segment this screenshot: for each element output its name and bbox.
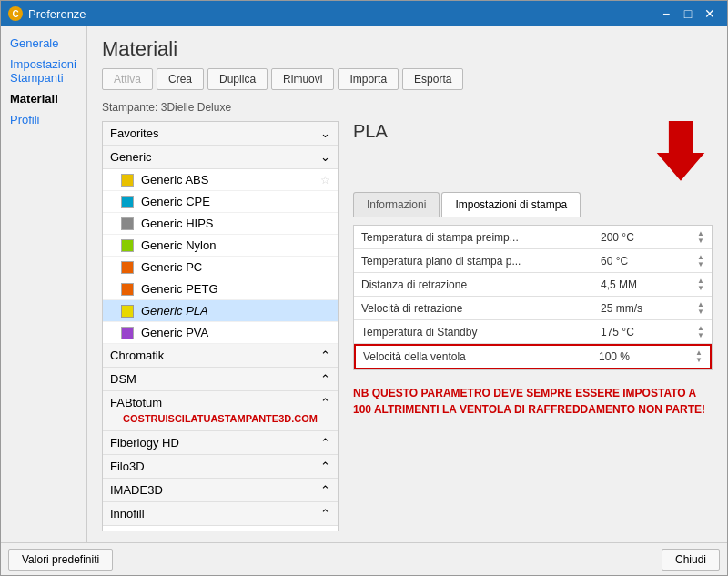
sidebar-item-profili[interactable]: Profili bbox=[5, 110, 83, 129]
minimize-button[interactable]: − bbox=[656, 4, 676, 24]
value-temp-standby-text: 175 °C bbox=[601, 326, 634, 339]
section-chromatik-label: Chromatik bbox=[110, 349, 164, 362]
color-petg bbox=[121, 283, 134, 296]
title-controls: − □ ✕ bbox=[656, 4, 720, 24]
list-item-hips[interactable]: Generic HIPS bbox=[103, 213, 338, 235]
label-temp-piano: Temperatura piano di stampa p... bbox=[354, 251, 593, 271]
label-temp-preimpostata: Temperatura di stampa preimp... bbox=[354, 227, 593, 248]
chiudi-button[interactable]: Chiudi bbox=[662, 549, 720, 571]
section-fabtotum[interactable]: FABtotum ⌃ COSTRUISCILATUASTAMPANTE3D.CO… bbox=[103, 391, 338, 431]
section-fiberlogy[interactable]: Fiberlogy HD ⌃ bbox=[103, 431, 338, 455]
sidebar: Generale Impostazioni Stampanti Material… bbox=[1, 26, 87, 542]
color-cpe bbox=[121, 196, 134, 208]
color-pc bbox=[121, 261, 134, 274]
value-temp-standby[interactable]: 175 °C ▲ ▼ bbox=[593, 321, 712, 343]
spin-velocita-retrazione[interactable]: ▲ ▼ bbox=[697, 301, 704, 316]
value-velocita-ventola[interactable]: 100 % ▲ ▼ bbox=[592, 346, 710, 368]
label-hips: Generic HIPS bbox=[141, 217, 213, 230]
detail-header: PLA bbox=[353, 121, 713, 185]
page-title: Materiali bbox=[102, 37, 713, 61]
list-item-pla[interactable]: Generic PLA bbox=[103, 300, 338, 322]
section-innofill-chevron: ⌃ bbox=[320, 507, 330, 520]
settings-row-temp-standby: Temperatura di Standby 175 °C ▲ ▼ bbox=[354, 320, 712, 344]
crea-button[interactable]: Crea bbox=[157, 68, 204, 90]
section-generic[interactable]: Generic ⌄ bbox=[103, 146, 338, 169]
tab-informazioni[interactable]: Informazioni bbox=[353, 192, 440, 217]
list-item-abs[interactable]: Generic ABS ☆ bbox=[103, 169, 338, 191]
section-imade3d-label: IMADE3D bbox=[110, 483, 163, 497]
list-item-pc[interactable]: Generic PC bbox=[103, 257, 338, 278]
value-distanza-retrazione[interactable]: 4,5 MM ▲ ▼ bbox=[593, 274, 712, 296]
section-fabtotum-chevron: ⌃ bbox=[320, 396, 330, 409]
section-imade3d[interactable]: IMADE3D ⌃ bbox=[103, 479, 338, 502]
spin-distanza-retrazione[interactable]: ▲ ▼ bbox=[697, 278, 704, 292]
value-distanza-retrazione-text: 4,5 MM bbox=[601, 278, 637, 291]
close-button[interactable]: ✕ bbox=[700, 4, 720, 24]
attiva-button[interactable]: Attiva bbox=[102, 68, 153, 90]
settings-row-distanza-retrazione: Distanza di retrazione 4,5 MM ▲ ▼ bbox=[354, 273, 712, 297]
color-pva bbox=[121, 327, 134, 339]
value-temp-preimpostata[interactable]: 200 °C ▲ ▼ bbox=[593, 227, 712, 248]
spin-velocita-ventola[interactable]: ▲ ▼ bbox=[695, 349, 703, 364]
label-temp-standby: Temperatura di Standby bbox=[354, 322, 593, 342]
value-velocita-retrazione[interactable]: 25 mm/s ▲ ▼ bbox=[593, 298, 712, 319]
toolbar: Attiva Crea Duplica Rimuovi Importa Espo… bbox=[102, 68, 713, 90]
section-chromatik-chevron: ⌃ bbox=[320, 349, 330, 362]
title-bar: C Preferenze − □ ✕ bbox=[1, 1, 727, 26]
label-velocita-ventola: Velocità della ventola bbox=[356, 347, 592, 367]
color-pla bbox=[121, 305, 134, 318]
section-filo3d-label: Filo3D bbox=[110, 460, 145, 473]
color-hips bbox=[121, 217, 134, 230]
settings-row-temp-preimpostata: Temperatura di stampa preimp... 200 °C ▲… bbox=[354, 226, 712, 249]
section-favorites-chevron: ⌄ bbox=[320, 126, 330, 140]
main-header: Materiali Attiva Crea Duplica Rimuovi Im… bbox=[102, 37, 713, 114]
rimuovi-button[interactable]: Rimuovi bbox=[271, 68, 334, 90]
label-pla: Generic PLA bbox=[141, 304, 208, 318]
settings-row-temp-piano: Temperatura piano di stampa p... 60 °C ▲… bbox=[354, 249, 712, 273]
section-filo3d[interactable]: Filo3D ⌃ bbox=[103, 455, 338, 479]
esporta-button[interactable]: Esporta bbox=[402, 68, 463, 90]
value-velocita-retrazione-text: 25 mm/s bbox=[601, 302, 642, 315]
list-item-petg[interactable]: Generic PETG bbox=[103, 278, 338, 300]
section-favorites[interactable]: Favorites ⌄ bbox=[103, 122, 338, 146]
window-title: Preferenze bbox=[28, 7, 86, 21]
section-innofill[interactable]: Innofill ⌃ bbox=[103, 502, 338, 526]
sidebar-item-generale[interactable]: Generale bbox=[5, 34, 83, 53]
material-list: Favorites ⌄ Generic ⌄ Generic ABS ☆ bbox=[102, 121, 339, 531]
section-dsm[interactable]: DSM ⌃ bbox=[103, 368, 338, 391]
detail-panel: PLA Informazioni Impostazioni di stampa … bbox=[353, 121, 713, 531]
settings-row-velocita-retrazione: Velocità di retrazione 25 mm/s ▲ ▼ bbox=[354, 297, 712, 320]
sidebar-item-materiali[interactable]: Materiali bbox=[5, 89, 83, 108]
duplica-button[interactable]: Duplica bbox=[207, 68, 268, 90]
section-chromatik[interactable]: Chromatik ⌃ bbox=[103, 344, 338, 368]
section-filo3d-chevron: ⌃ bbox=[320, 460, 330, 473]
material-name: PLA bbox=[353, 121, 388, 142]
list-item-pva[interactable]: Generic PVA bbox=[103, 322, 338, 344]
maximize-button[interactable]: □ bbox=[678, 4, 698, 24]
label-pva: Generic PVA bbox=[141, 326, 208, 339]
label-distanza-retrazione: Distanza di retrazione bbox=[354, 275, 593, 295]
value-temp-piano-text: 60 °C bbox=[601, 255, 628, 268]
section-favorites-label: Favorites bbox=[110, 126, 158, 140]
list-item-cpe[interactable]: Generic CPE bbox=[103, 191, 338, 213]
spin-temp-preimpostata[interactable]: ▲ ▼ bbox=[697, 230, 704, 245]
value-temp-piano[interactable]: 60 °C ▲ ▼ bbox=[593, 250, 712, 272]
spin-temp-standby[interactable]: ▲ ▼ bbox=[697, 325, 704, 339]
svg-marker-0 bbox=[657, 121, 705, 181]
list-item-nylon[interactable]: Generic Nylon bbox=[103, 235, 338, 257]
bottom-bar: Valori predefiniti Chiudi bbox=[1, 542, 727, 575]
sidebar-item-impostazioni[interactable]: Impostazioni Stampanti bbox=[5, 55, 83, 87]
tab-impostazioni-di-stampa[interactable]: Impostazioni di stampa bbox=[441, 192, 581, 217]
printer-label: Stampante: 3Dielle Deluxe bbox=[102, 101, 713, 114]
section-fiberlogy-chevron: ⌃ bbox=[320, 436, 330, 450]
section-innofill-label: Innofill bbox=[110, 507, 145, 520]
spin-temp-piano[interactable]: ▲ ▼ bbox=[697, 254, 704, 268]
note-text: NB QUESTO PARAMETRO DEVE SEMPRE ESSERE I… bbox=[353, 378, 713, 418]
label-nylon: Generic Nylon bbox=[141, 238, 216, 252]
title-bar-left: C Preferenze bbox=[8, 6, 86, 21]
main-content: Generale Impostazioni Stampanti Material… bbox=[1, 26, 727, 542]
importa-button[interactable]: Importa bbox=[338, 68, 399, 90]
app-icon: C bbox=[8, 6, 23, 21]
value-velocita-ventola-text: 100 % bbox=[599, 350, 630, 363]
valori-predefiniti-button[interactable]: Valori predefiniti bbox=[8, 549, 113, 571]
